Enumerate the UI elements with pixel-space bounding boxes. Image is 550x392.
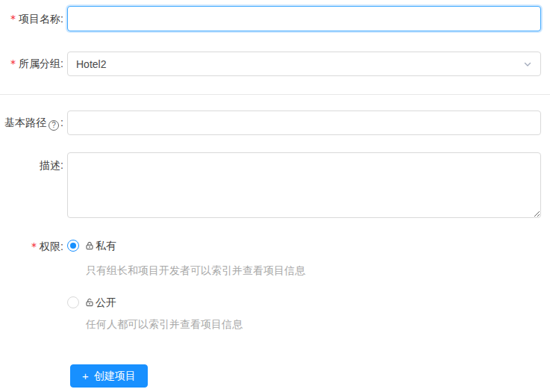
group-row: *所属分组: Hotel2 — [0, 52, 550, 76]
radio-public-circle[interactable] — [67, 296, 79, 308]
lock-icon — [85, 241, 94, 250]
base-path-colon: : — [60, 116, 63, 128]
permission-label-text: 权限: — [40, 240, 63, 252]
base-path-input[interactable] — [67, 111, 541, 135]
create-project-button[interactable]: + 创建项目 — [70, 364, 148, 388]
permission-row: *权限: 私有 只有组长和项目开发者可以索引并查看项目信息 公 — [0, 240, 550, 330]
group-select[interactable]: Hotel2 — [67, 52, 541, 76]
group-label-text: 所属分组: — [19, 57, 63, 69]
description-label: 描述: — [0, 152, 63, 172]
description-label-text: 描述: — [40, 159, 63, 171]
radio-private-text: 私有 — [96, 240, 116, 252]
required-asterisk: * — [10, 13, 16, 25]
create-project-button-label: 创建项目 — [94, 370, 136, 383]
plus-icon: + — [82, 370, 89, 382]
group-label: *所属分组: — [0, 52, 63, 76]
radio-public-text: 公开 — [96, 296, 116, 308]
permission-label: *权限: — [0, 240, 63, 252]
required-asterisk: * — [10, 57, 16, 69]
unlock-icon — [85, 298, 94, 307]
project-name-row: *项目名称: — [0, 6, 550, 31]
description-textarea[interactable] — [67, 152, 541, 218]
radio-private-circle[interactable] — [67, 240, 79, 252]
radio-private[interactable]: 私有 — [67, 240, 541, 252]
radio-public-label: 公开 — [85, 296, 116, 308]
base-path-label: 基本路径?: — [0, 111, 63, 135]
description-row: 描述: — [0, 152, 550, 218]
radio-public[interactable]: 公开 — [67, 296, 541, 308]
help-icon: ? — [49, 120, 59, 131]
base-path-label-text: 基本路径 — [4, 116, 46, 128]
submit-row: + 创建项目 — [0, 364, 550, 388]
project-name-label-text: 项目名称: — [19, 13, 63, 25]
radio-private-description: 只有组长和项目开发者可以索引并查看项目信息 — [86, 265, 541, 276]
radio-private-label: 私有 — [85, 240, 116, 252]
section-divider — [0, 94, 550, 95]
create-project-form: *项目名称: *所属分组: Hotel2 基本路径?: 描述: — [0, 0, 550, 388]
group-select-value: Hotel2 — [76, 58, 106, 70]
base-path-row: 基本路径?: — [0, 111, 550, 135]
project-name-input[interactable] — [67, 6, 541, 31]
radio-public-description: 任何人都可以索引并查看项目信息 — [86, 319, 541, 330]
project-name-label: *项目名称: — [0, 6, 63, 31]
chevron-down-icon — [523, 60, 532, 69]
required-asterisk: * — [31, 240, 37, 252]
